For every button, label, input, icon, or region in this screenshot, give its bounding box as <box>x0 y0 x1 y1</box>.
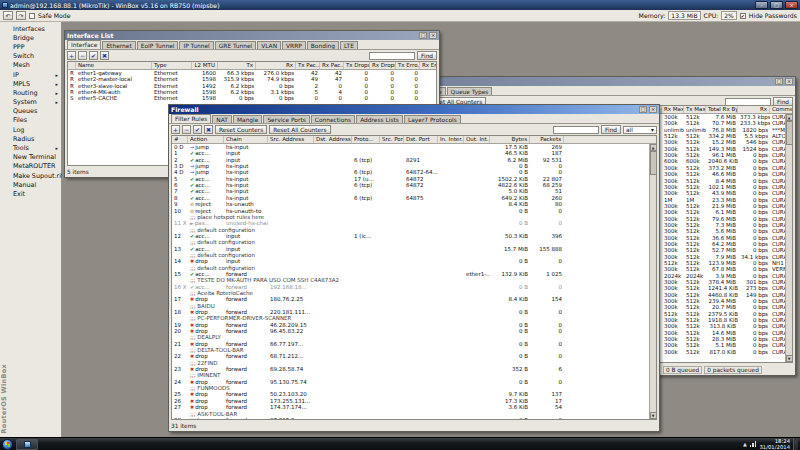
sidebar-item-mesh[interactable]: Mesh <box>0 61 61 70</box>
reset-all-counters-button[interactable]: Reset All Counters <box>269 125 330 134</box>
safe-mode-checkbox[interactable] <box>29 13 35 19</box>
scroll-thumb[interactable] <box>650 151 657 175</box>
column-header-tx-pac[interactable]: Tx Pac... <box>296 62 320 69</box>
sidebar-item-routing[interactable]: Routing▸ <box>0 88 61 97</box>
sidebar-item-manual[interactable]: Manual <box>0 180 61 189</box>
firewall-titlebar[interactable]: Firewall □ × <box>169 105 659 114</box>
column-header-tx[interactable]: Tx <box>218 62 256 69</box>
add-icon[interactable]: + <box>67 51 76 60</box>
firewall-tab-service-ports[interactable]: Service Ports <box>263 115 309 123</box>
sidebar-item-new-terminal[interactable]: New Terminal <box>0 153 61 162</box>
interface-list-tab-vrrp[interactable]: VRRP <box>282 41 306 49</box>
hide-passwords-checkbox[interactable]: ✔ <box>740 13 746 19</box>
interface-list-tab-vlan[interactable]: VLAN <box>257 41 281 49</box>
sidebar-item-switch[interactable]: Switch <box>0 52 61 61</box>
enable-icon[interactable]: ✔ <box>89 51 98 60</box>
column-header-action[interactable]: Action <box>188 136 224 143</box>
sidebar-item-bridge[interactable]: Bridge <box>0 33 61 42</box>
find-input[interactable] <box>369 52 415 60</box>
remove-icon[interactable]: − <box>78 51 87 60</box>
maximize-button[interactable]: □ <box>770 1 783 9</box>
interface-row[interactable]: Rether1-gatewayEthernet160066.3 kbps276.… <box>68 70 436 76</box>
scroll-thumb[interactable] <box>786 121 793 145</box>
column-header-packets[interactable]: Packets <box>530 136 564 143</box>
column-header-rx[interactable]: Rx <box>256 62 296 69</box>
column-header-flags[interactable] <box>68 62 76 69</box>
window-maximize-icon[interactable]: □ <box>419 32 427 39</box>
redo-icon[interactable]: ↷ <box>16 11 26 20</box>
sidebar-item-ip[interactable]: IP▸ <box>0 70 61 79</box>
interface-list-tab-eoip-tunnel[interactable]: EoIP Tunnel <box>137 41 179 49</box>
scroll-up-icon[interactable]: ▲ <box>650 144 657 151</box>
column-header-name[interactable]: Name <box>76 62 152 69</box>
taskbar-item-winbox[interactable] <box>16 439 38 450</box>
column-header-rx-max-limit[interactable]: Rx Max Limit <box>662 106 684 113</box>
column-header-out-int[interactable]: Out. Int... <box>464 136 490 143</box>
sidebar-item-mpls[interactable]: MPLS▸ <box>0 79 61 88</box>
start-button[interactable] <box>2 439 13 450</box>
column-header-rx-drops[interactable]: Rx Drops <box>370 62 396 69</box>
scroll-up-icon[interactable]: ▲ <box>786 114 793 121</box>
add-icon[interactable]: + <box>171 125 180 134</box>
interface-list-tab-ip-tunnel[interactable]: IP Tunnel <box>179 41 213 49</box>
sidebar-item-radius[interactable]: Radius <box>0 134 61 143</box>
window-maximize-icon[interactable]: □ <box>639 106 647 113</box>
disable-icon[interactable]: ✖ <box>204 125 213 134</box>
sidebar-item-exit[interactable]: Exit <box>0 189 61 198</box>
tray-hidden-icons-icon[interactable]: ▲ <box>743 441 747 447</box>
firewall-tab-connections[interactable]: Connections <box>311 115 355 123</box>
column-header-bytes[interactable]: Bytes <box>490 136 530 143</box>
interface-list-tab-lte[interactable]: LTE <box>340 41 358 49</box>
firewall-window[interactable]: Firewall □ × Filter RulesNATMangleServic… <box>168 104 660 432</box>
column-header-tx-drops[interactable]: Tx Drops <box>344 62 370 69</box>
sidebar-item-queues[interactable]: Queues <box>0 107 61 116</box>
scroll-down-icon[interactable]: ▼ <box>650 412 657 419</box>
sidebar-item-log[interactable]: Log <box>0 125 61 134</box>
close-button[interactable]: × <box>785 1 798 9</box>
sidebar-item-tools[interactable]: Tools▸ <box>0 143 61 152</box>
sidebar-item-make-supout-rif[interactable]: Make Supout.rif <box>0 171 61 180</box>
column-header-src-address[interactable]: Src. Address <box>268 136 314 143</box>
queue-list-tab-queue-types[interactable]: Queue Types <box>447 87 493 95</box>
column-header-chain[interactable]: Chain <box>224 136 268 143</box>
firewall-tab-layer7-protocols[interactable]: Layer7 Protocols <box>404 115 461 123</box>
find-button[interactable]: Find <box>601 125 621 134</box>
interface-row[interactable]: Rether2-master-localEthernet1598315.9 kb… <box>68 76 436 82</box>
firewall-tab-filter-rules[interactable]: Filter Rules <box>171 114 211 123</box>
interface-list-titlebar[interactable]: Interface List □ × <box>65 31 439 40</box>
sidebar-item-ppp[interactable]: PPP <box>0 42 61 51</box>
network-icon[interactable] <box>750 441 757 447</box>
firewall-tab-address-lists[interactable]: Address Lists <box>356 115 403 123</box>
window-close-icon[interactable]: × <box>785 78 793 85</box>
firewall-rule-row[interactable]: 28✖dropforward67.215.2...0 B0 <box>172 417 656 419</box>
column-header-tx-max-limit[interactable]: Tx Max Limit <box>684 106 706 113</box>
column-header-l2-mtu[interactable]: L2 MTU <box>192 62 218 69</box>
column-header-dst-port[interactable]: Dst. Port <box>404 136 438 143</box>
window-titlebar[interactable]: admin@192.168.88.1 (MikroTik) - WinBox v… <box>0 0 800 10</box>
sidebar-item-system[interactable]: System▸ <box>0 98 61 107</box>
find-button[interactable]: Find <box>417 51 437 60</box>
sidebar-item-files[interactable]: Files <box>0 116 61 125</box>
column-header-in-inter[interactable]: In. Inter... <box>438 136 464 143</box>
disable-icon[interactable]: ✖ <box>100 51 109 60</box>
column-header-rx-erro[interactable]: Rx Erro... <box>420 62 436 69</box>
interface-list-tab-gre-tunnel[interactable]: GRE Tunnel <box>215 41 256 49</box>
interface-list-tab-bonding[interactable]: Bonding <box>307 41 339 49</box>
interface-list-tab-interface[interactable]: Interface <box>67 40 101 49</box>
sidebar-item-interfaces[interactable]: Interfaces <box>0 24 61 33</box>
column-header-dst-address[interactable]: Dst. Address <box>314 136 352 143</box>
window-maximize-icon[interactable]: □ <box>775 78 783 85</box>
minimize-button[interactable]: – <box>755 1 768 9</box>
firewall-scrollbar[interactable]: ▲ ▼ <box>649 144 656 419</box>
reset-counters-button[interactable]: Reset Counters <box>215 125 267 134</box>
column-header-rx-pac[interactable]: Rx Pac... <box>320 62 344 69</box>
column-header-col[interactable]: # <box>172 136 188 143</box>
remove-icon[interactable]: − <box>182 125 191 134</box>
interface-list-tab-ethernet[interactable]: Ethernet <box>102 41 135 49</box>
undo-icon[interactable]: ↶ <box>3 11 13 20</box>
chain-filter-dropdown[interactable]: all ▾ <box>623 126 657 134</box>
find-input[interactable] <box>553 126 599 134</box>
column-header-proto[interactable]: Proto... <box>352 136 380 143</box>
enable-icon[interactable]: ✔ <box>193 125 202 134</box>
firewall-tab-nat[interactable]: NAT <box>212 115 232 123</box>
